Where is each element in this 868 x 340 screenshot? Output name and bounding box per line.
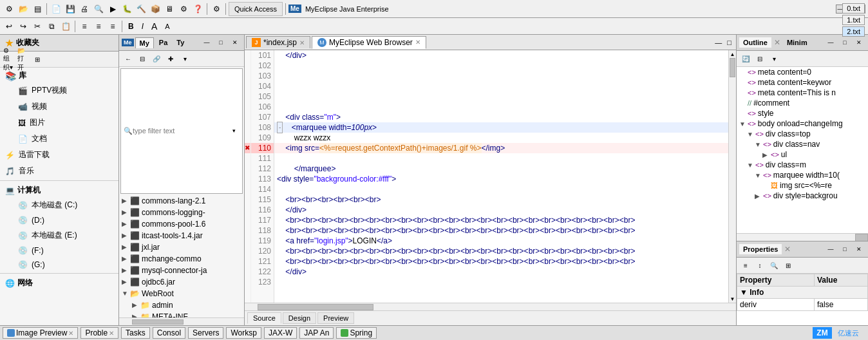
editor-maximize-btn[interactable]: □: [725, 38, 733, 47]
prop-minimize-btn[interactable]: —: [824, 243, 837, 256]
editor-tab-browser[interactable]: M MyEclipse Web Browser ✕: [312, 36, 426, 49]
video-item[interactable]: 📹 视频: [13, 99, 118, 115]
tab-browser-close[interactable]: ✕: [415, 39, 420, 46]
font-size-btn[interactable]: A: [148, 20, 160, 33]
status-tab-jaxw[interactable]: JAX-W: [264, 327, 297, 339]
editor-hscrollbar[interactable]: [245, 303, 736, 310]
italic-btn[interactable]: I: [138, 20, 147, 33]
status-tab-tasks[interactable]: Tasks: [121, 327, 150, 339]
outline-item-ul[interactable]: ▶ <> ul: [737, 149, 868, 160]
print-btn[interactable]: 🖨: [78, 3, 91, 15]
prop-close-btn[interactable]: ✕: [853, 243, 865, 256]
toolbar-icon1[interactable]: ▤: [31, 3, 44, 15]
tree-item-ojdbc[interactable]: ▶ ⬛ ojdbc6.jar: [119, 276, 244, 288]
outline-item-comment[interactable]: // #comment: [737, 98, 868, 108]
outline-item-divm[interactable]: ▼ <> div class=m: [737, 160, 868, 170]
tree-item-jxl[interactable]: ▶ ⬛ jxl.jar: [119, 241, 244, 253]
tree-item-mysql[interactable]: ▶ ⬛ mysql-connector-ja: [119, 265, 244, 276]
tree-menu-btn[interactable]: ▾: [178, 52, 191, 65]
help-btn[interactable]: ❓: [191, 3, 204, 15]
tree-item-metainf[interactable]: ▶ 📁 META-INF: [119, 311, 244, 318]
undo-btn[interactable]: ↩: [3, 20, 15, 33]
tree-back-btn[interactable]: ←: [122, 52, 135, 65]
outline-item-meta2[interactable]: <> meta content=This is n: [737, 88, 868, 98]
drive-g-item[interactable]: 💿 (G:): [13, 258, 118, 272]
outline-tab-minim[interactable]: Minim: [783, 37, 811, 48]
tree-close-btn[interactable]: ✕: [229, 36, 241, 49]
tree-link-btn[interactable]: 🔗: [150, 52, 163, 65]
tree-item-commons-logging[interactable]: ▶ ⬛ commons-logging-: [119, 207, 244, 218]
tree-tab-ty[interactable]: Ty: [173, 37, 188, 48]
status-tab-consol[interactable]: Consol: [153, 327, 185, 339]
fav-more-btn[interactable]: ⊞: [31, 53, 44, 66]
outline-maximize-btn[interactable]: □: [838, 36, 851, 49]
paste-btn[interactable]: 📋: [59, 20, 72, 33]
drive-f-item[interactable]: 💿 (F:): [13, 243, 118, 258]
tree-tab-my[interactable]: My: [135, 37, 154, 48]
outline-tab-outline[interactable]: Outline: [739, 37, 771, 48]
tree-item-admin[interactable]: ▶ 📁 admin: [119, 299, 244, 311]
prop-collapse-info[interactable]: ▼: [740, 288, 748, 297]
copy-btn[interactable]: ⧉: [45, 20, 58, 33]
build-btn[interactable]: 🔨: [135, 3, 147, 15]
save-btn[interactable]: 💾: [64, 3, 77, 15]
status-tab-japan[interactable]: JAP An: [299, 327, 334, 339]
outline-close-btn[interactable]: ✕: [853, 36, 865, 49]
status-tab-servers[interactable]: Servers: [188, 327, 223, 339]
redo-btn[interactable]: ↪: [17, 20, 30, 33]
thunder-item[interactable]: ⚡ 迅雷下载: [0, 147, 118, 163]
run-btn[interactable]: ▶: [106, 3, 119, 15]
outline-item-meta0[interactable]: <> meta content=0: [737, 67, 868, 77]
prop-maximize-btn[interactable]: □: [838, 243, 851, 256]
outline-item-divbg[interactable]: ▶ <> div style=backgrou: [737, 191, 868, 201]
desktop-file-2[interactable]: 2.txt: [842, 26, 865, 37]
prop-filter-btn[interactable]: 🔍: [768, 259, 780, 272]
editor-minimize-btn[interactable]: —: [713, 38, 724, 47]
outline-minimize-btn[interactable]: —: [824, 36, 837, 49]
properties-tab[interactable]: Properties: [739, 244, 782, 254]
drive-d-item[interactable]: 💿 (D:): [13, 213, 118, 227]
status-tab-worksp[interactable]: Worksp: [226, 327, 261, 339]
align-center-btn[interactable]: ≡: [92, 20, 105, 33]
editor-tab-indexjsp[interactable]: J *index.jsp ✕: [246, 36, 310, 48]
drive-c-item[interactable]: 💿 本地磁盘 (C:): [13, 197, 118, 213]
desktop-file-0[interactable]: 0.txt: [842, 3, 865, 14]
align-left-btn[interactable]: ≡: [78, 20, 91, 33]
outline-item-style[interactable]: <> style: [737, 108, 868, 118]
outline-item-divtop[interactable]: ▼ <> div class=top: [737, 129, 868, 139]
proble-close[interactable]: ✕: [109, 330, 114, 337]
tab-indexjsp-close[interactable]: ✕: [299, 39, 305, 46]
outline-item-marquee[interactable]: ▼ <> marquee width=10(: [737, 170, 868, 180]
image-preview-close[interactable]: ✕: [68, 330, 73, 337]
tree-item-commons-pool[interactable]: ▶ ⬛ commons-pool-1.6: [119, 218, 244, 230]
pictures-item[interactable]: 🖼 图片: [13, 115, 118, 131]
outline-menu-btn[interactable]: ▾: [768, 52, 780, 65]
open-btn[interactable]: 📂: [17, 3, 30, 15]
server-btn[interactable]: 🖥: [163, 3, 176, 15]
code-content[interactable]: </div> <div class="m"> - <marquee width=…: [274, 50, 728, 303]
prop-sort-btn[interactable]: ↕: [753, 259, 766, 272]
pref-btn[interactable]: ⚙: [210, 3, 223, 15]
collapse-marker-108[interactable]: -: [277, 122, 283, 133]
debug-btn[interactable]: 🐛: [120, 3, 133, 15]
tree-minimize-btn[interactable]: —: [200, 36, 213, 49]
outline-item-body[interactable]: ▼ <> body onload=changeImg: [737, 118, 868, 129]
tree-item-mchange[interactable]: ▶ ⬛ mchange-commo: [119, 253, 244, 265]
outline-item-meta1[interactable]: <> meta content=keywor: [737, 77, 868, 88]
outline-collapse-btn[interactable]: ⊟: [753, 52, 766, 65]
outline-sync-btn[interactable]: 🔄: [739, 52, 752, 65]
scroll-up-btn[interactable]: ▲: [729, 50, 736, 58]
font-size-small-btn[interactable]: A: [162, 20, 173, 33]
tree-new-btn[interactable]: ✚: [164, 52, 177, 65]
outline-item-img[interactable]: 🖼 img src=<%=re: [737, 180, 868, 191]
bold-btn[interactable]: B: [125, 20, 137, 33]
prop-categories-btn[interactable]: ≡: [739, 259, 752, 272]
prop-expand-btn[interactable]: ⊞: [782, 259, 795, 272]
tree-hscrollbar[interactable]: [119, 317, 244, 325]
outline-item-divnav[interactable]: ▼ <> div class=nav: [737, 139, 868, 149]
status-tab-image-preview[interactable]: Image Preview ✕: [3, 327, 78, 339]
status-tab-proble[interactable]: Proble ✕: [80, 327, 118, 339]
tree-tab-pa[interactable]: Pa: [155, 37, 171, 48]
search-btn[interactable]: 🔍: [92, 3, 105, 15]
tree-search-input[interactable]: [133, 127, 229, 135]
